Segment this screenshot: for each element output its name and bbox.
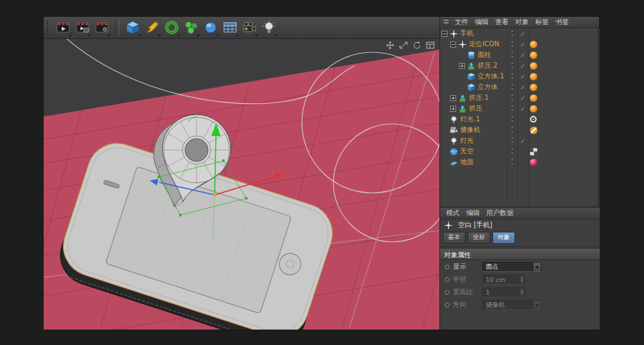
primitive-cube-icon[interactable] [123, 19, 142, 37]
expand-toggle[interactable]: − [450, 42, 456, 48]
visibility-dots[interactable] [508, 61, 516, 70]
enable-state[interactable]: ✓ [519, 105, 527, 113]
tab-object[interactable]: 对象 [492, 232, 515, 244]
tag-area[interactable] [530, 82, 537, 92]
visibility-dots[interactable] [508, 29, 516, 38]
tree-item-cylinder[interactable]: 圆柱 ✓ [440, 50, 600, 60]
visibility-dots[interactable] [508, 50, 516, 59]
tag-area[interactable] [530, 125, 537, 135]
material-tag-icon[interactable] [530, 73, 537, 80]
tag-area[interactable] [530, 103, 537, 114]
material-tag-icon[interactable] [530, 52, 537, 59]
tree-item-cube-1[interactable]: 立方体.1 ✓ [440, 71, 600, 82]
render-settings-icon[interactable] [93, 19, 111, 37]
tree-item-floor[interactable]: 地面 [440, 157, 600, 167]
tag-area[interactable] [530, 92, 537, 103]
menu-edit[interactable]: 编辑 [472, 17, 492, 27]
spline-pen-icon[interactable] [143, 19, 161, 37]
menu-tags[interactable]: 标签 [532, 17, 552, 27]
generator-nurbs-icon[interactable] [162, 19, 180, 37]
expand-toggle[interactable]: + [450, 106, 456, 112]
menu-user-data[interactable]: 用户数据 [483, 208, 517, 218]
expand-toggle[interactable]: + [450, 95, 456, 101]
expand-toggle[interactable]: + [459, 63, 465, 69]
enable-state[interactable]: ✓ [519, 84, 527, 91]
visibility-dots[interactable] [508, 115, 516, 123]
visibility-dots[interactable] [508, 93, 516, 102]
tree-item-extrude-1[interactable]: + 挤压.1 ✓ [440, 92, 600, 103]
viewport-3d[interactable] [44, 39, 439, 330]
tree-item-cube[interactable]: 立方体 ✓ [440, 82, 600, 92]
keyframe-dot-icon[interactable] [445, 277, 449, 282]
viewport-canvas[interactable] [44, 39, 439, 330]
tag-area[interactable] [530, 71, 537, 82]
visibility-dots[interactable] [508, 82, 516, 91]
menu-edit-am[interactable]: 编辑 [463, 208, 483, 218]
tag-area[interactable] [530, 114, 537, 125]
enable-state[interactable]: ✓ [519, 30, 527, 38]
enable-state[interactable]: ✓ [519, 62, 527, 70]
menu-view[interactable]: 查看 [492, 17, 512, 27]
tree-item-extrude[interactable]: + 挤压 ✓ [440, 103, 600, 114]
tag-area[interactable] [530, 157, 537, 167]
grid-table-icon[interactable] [221, 19, 239, 37]
expand-toggle[interactable]: − [441, 31, 447, 37]
menu-bookmarks[interactable]: 书签 [552, 17, 572, 27]
enable-state[interactable]: ✓ [519, 94, 527, 102]
toolbar-grip[interactable] [47, 20, 50, 35]
tab-basic[interactable]: 基本 [443, 232, 466, 244]
visibility-dots[interactable] [508, 104, 516, 113]
keyframe-dot-icon[interactable] [445, 290, 449, 295]
visibility-dots[interactable] [508, 40, 516, 48]
protection-tag-icon[interactable] [530, 127, 537, 134]
tree-scrollbar[interactable] [598, 28, 600, 206]
menu-file[interactable]: 文件 [451, 17, 472, 27]
keyframe-dot-icon[interactable] [445, 265, 449, 269]
target-tag-icon[interactable] [530, 116, 537, 123]
tag-area[interactable] [530, 60, 537, 71]
tree-item-locate-icon[interactable]: − 定位ICON ✓ [440, 39, 600, 50]
enable-state[interactable]: ✓ [519, 52, 527, 59]
chevron-down-icon[interactable]: ▼ [533, 263, 541, 271]
gizmo-origin[interactable] [213, 194, 217, 197]
visibility-dots[interactable] [508, 157, 516, 166]
pan-view-icon[interactable] [385, 41, 395, 50]
render-view-icon[interactable] [54, 19, 72, 37]
render-picture-viewer-icon[interactable] [73, 19, 91, 37]
aspect-ratio-input[interactable]: 1 ▲▼ [482, 287, 525, 297]
tree-item-sky[interactable]: 天空 [440, 146, 600, 157]
material-tag-icon[interactable] [530, 62, 537, 70]
texture-tag-icon[interactable] [530, 148, 537, 155]
tag-area[interactable] [530, 50, 537, 60]
keyframe-dot-icon[interactable] [445, 303, 449, 307]
enable-state[interactable]: ✓ [519, 137, 527, 145]
rotate-view-icon[interactable] [412, 41, 422, 50]
tree-item-extrude-2[interactable]: + 挤压.2 ✓ [440, 60, 600, 71]
enable-state[interactable]: ✓ [519, 73, 527, 80]
orientation-dropdown[interactable]: 摄像机 ▼ [482, 300, 541, 310]
array-modeling-icon[interactable] [182, 19, 200, 37]
visibility-dots[interactable] [508, 136, 516, 145]
spinner-arrows-icon[interactable]: ▲▼ [519, 275, 525, 284]
material-tag-icon[interactable] [530, 84, 537, 91]
visibility-dots[interactable] [508, 125, 516, 134]
panel-menu-icon[interactable] [443, 19, 449, 25]
radius-input[interactable]: 10 cm ▲▼ [482, 275, 525, 285]
tree-item-phone[interactable]: − 手机 ✓ [440, 28, 600, 39]
material-tag-icon[interactable] [530, 105, 537, 113]
light-tool-icon[interactable] [260, 19, 278, 37]
camera-tool-icon[interactable] [240, 19, 258, 37]
environment-sphere-icon[interactable] [201, 19, 219, 37]
tag-area[interactable] [530, 39, 537, 50]
material-tag-icon[interactable] [530, 94, 537, 102]
toggle-view-icon[interactable] [425, 41, 435, 50]
tree-item-light[interactable]: 灯光 ✓ [440, 135, 600, 146]
enable-state[interactable]: ✓ [519, 41, 527, 48]
zoom-view-icon[interactable] [398, 41, 409, 50]
material-tag-icon[interactable] [530, 159, 537, 166]
display-dropdown[interactable]: 圆点 ▼ [482, 262, 541, 272]
visibility-dots[interactable] [508, 147, 516, 155]
tree-item-camera[interactable]: 摄像机 [440, 125, 600, 135]
tree-item-light-1[interactable]: 灯光.1 [440, 114, 600, 125]
material-tag-icon[interactable] [530, 41, 537, 48]
